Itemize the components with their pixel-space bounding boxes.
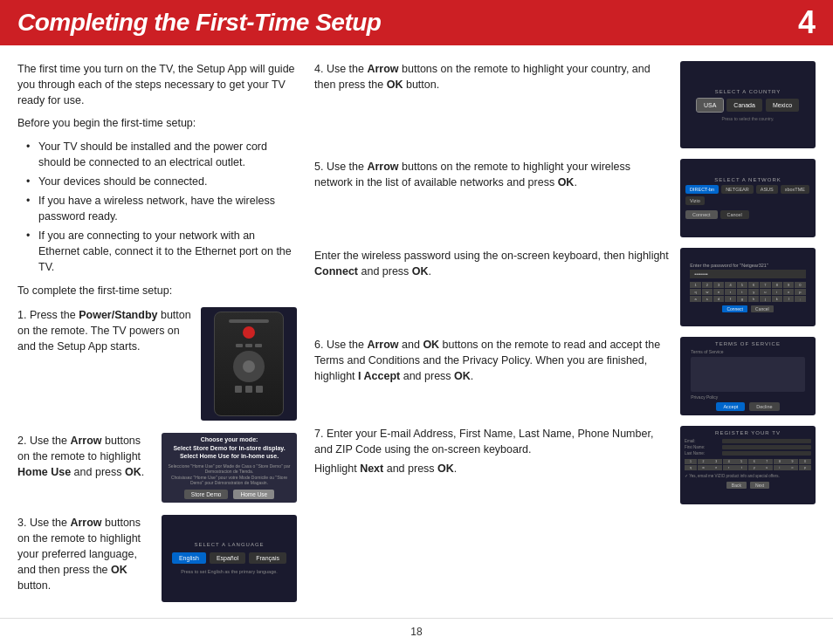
- network-item-5[interactable]: Vizio: [685, 196, 705, 205]
- key-t[interactable]: t: [737, 289, 747, 295]
- reg-key-y[interactable]: y: [748, 465, 761, 470]
- reg-key-5[interactable]: 5: [735, 459, 747, 464]
- key-8[interactable]: 8: [772, 282, 782, 288]
- reg-key-w[interactable]: w: [698, 465, 710, 470]
- francais-option[interactable]: Français: [249, 552, 286, 564]
- prereq-list: Your TV should be installed and the powe…: [26, 139, 297, 276]
- language-options: English Español Français: [172, 552, 286, 564]
- network-item-3[interactable]: ASUS: [756, 185, 778, 194]
- key-e[interactable]: e: [713, 289, 724, 295]
- network-title: SELECT A NETWORK: [714, 177, 781, 182]
- decline-button[interactable]: Decline: [749, 402, 779, 411]
- reg-key-4[interactable]: 4: [723, 459, 735, 464]
- network-connect-btn[interactable]: Connect: [685, 210, 718, 219]
- english-option[interactable]: English: [172, 552, 206, 564]
- key-s[interactable]: s: [702, 296, 713, 302]
- step-5b-text: Enter the wireless password using the on…: [314, 248, 670, 279]
- reg-key-2[interactable]: 2: [698, 459, 710, 464]
- key-g[interactable]: g: [737, 296, 747, 302]
- email-label: Email:: [685, 439, 719, 443]
- store-demo-button[interactable]: Store Demo: [184, 490, 229, 499]
- espanol-option[interactable]: Español: [210, 552, 245, 564]
- network-item-1[interactable]: DIRECT-bn: [685, 185, 719, 194]
- reg-key-o[interactable]: o: [786, 465, 798, 470]
- key-semi[interactable]: ;: [795, 296, 805, 302]
- reg-key-8[interactable]: 8: [774, 459, 786, 464]
- remote-dpad: [233, 351, 265, 382]
- next-button[interactable]: Next: [750, 482, 769, 489]
- reg-key-e[interactable]: e: [710, 465, 722, 470]
- email-input[interactable]: [722, 439, 811, 443]
- reg-key-p[interactable]: p: [799, 465, 811, 470]
- key-4[interactable]: 4: [725, 282, 735, 288]
- language-note: Press to set English as the primary lang…: [181, 569, 278, 574]
- lastname-input[interactable]: [722, 451, 811, 456]
- key-h[interactable]: h: [748, 296, 759, 302]
- mexico-option[interactable]: Mexico: [766, 99, 799, 112]
- reg-key-3[interactable]: 3: [710, 459, 722, 464]
- accept-button[interactable]: Accept: [716, 402, 745, 411]
- reg-key-0[interactable]: 0: [799, 459, 811, 464]
- page-footer: 18: [0, 618, 833, 644]
- key-7[interactable]: 7: [760, 282, 770, 288]
- homeuse-subtext: Seleccione "Home Use" por Made de Casa o…: [167, 463, 292, 486]
- key-3[interactable]: 3: [713, 282, 724, 288]
- connect-button[interactable]: Connect: [722, 305, 747, 312]
- network-item-2[interactable]: NETGEAR: [721, 185, 754, 194]
- cancel-button[interactable]: Cancel: [751, 305, 774, 312]
- key-r[interactable]: r: [725, 289, 735, 295]
- key-a[interactable]: a: [690, 296, 700, 302]
- network-cancel-btn[interactable]: Cancel: [720, 210, 749, 219]
- reg-key-t[interactable]: t: [735, 465, 747, 470]
- chapter-number: 4: [798, 4, 816, 41]
- key-f[interactable]: f: [725, 296, 735, 302]
- key-j[interactable]: j: [760, 296, 770, 302]
- key-l[interactable]: l: [783, 296, 794, 302]
- key-y[interactable]: y: [748, 289, 759, 295]
- reg-key-6[interactable]: 6: [748, 459, 761, 464]
- key-u[interactable]: u: [760, 289, 770, 295]
- key-k[interactable]: k: [772, 296, 782, 302]
- country-options: USA Canada Mexico: [697, 99, 799, 112]
- reg-key-q[interactable]: q: [685, 465, 697, 470]
- step-2: 2. Use the Arrow buttons on the remote t…: [17, 433, 297, 503]
- homeuse-buttons: Store Demo Home Use: [184, 490, 274, 499]
- firstname-input[interactable]: [722, 445, 811, 449]
- register-lastname-row: Last Name:: [685, 451, 811, 456]
- reg-key-1[interactable]: 1: [685, 459, 697, 464]
- key-w[interactable]: w: [702, 289, 713, 295]
- key-q[interactable]: q: [690, 289, 700, 295]
- terms-buttons: Accept Decline: [716, 402, 779, 411]
- reg-key-7[interactable]: 7: [761, 459, 773, 464]
- back-button[interactable]: Back: [726, 482, 747, 489]
- terms-content-box: [691, 357, 805, 392]
- key-2[interactable]: 2: [702, 282, 713, 288]
- key-9[interactable]: 9: [783, 282, 794, 288]
- key-o[interactable]: o: [783, 289, 794, 295]
- password-field[interactable]: ••••••••: [690, 270, 805, 278]
- register-action-buttons: Back Next: [685, 482, 811, 489]
- network-action-buttons: Connect Cancel: [685, 210, 749, 219]
- key-i[interactable]: i: [772, 289, 782, 295]
- homeuse-screen-thumb: Choose your mode:Select Store Demo for i…: [162, 433, 297, 503]
- key-0[interactable]: 0: [795, 282, 805, 288]
- language-screen-thumb: SELECT A LANGUAGE English Español França…: [162, 515, 297, 602]
- canada-option[interactable]: Canada: [726, 99, 762, 112]
- reg-key-u[interactable]: u: [761, 465, 773, 470]
- step-7-text: 7. Enter your E-mail Address, First Name…: [314, 426, 670, 457]
- usa-option[interactable]: USA: [697, 99, 723, 112]
- key-6[interactable]: 6: [748, 282, 759, 288]
- reg-key-i[interactable]: i: [774, 465, 786, 470]
- key-d[interactable]: d: [713, 296, 724, 302]
- complete-heading: To complete the first-time setup:: [17, 283, 297, 298]
- network-item-4[interactable]: xboxTME: [781, 185, 809, 194]
- key-5[interactable]: 5: [737, 282, 747, 288]
- reg-key-9[interactable]: 9: [786, 459, 798, 464]
- homeuse-top-text: Choose your mode:Select Store Demo for i…: [173, 435, 285, 459]
- home-use-button[interactable]: Home Use: [233, 490, 274, 499]
- remote-visual: [214, 312, 284, 416]
- reg-key-r[interactable]: r: [723, 465, 735, 470]
- key-1[interactable]: 1: [690, 282, 700, 288]
- password-label: Enter the password for "Netgear321": [684, 263, 768, 268]
- key-p[interactable]: p: [795, 289, 805, 295]
